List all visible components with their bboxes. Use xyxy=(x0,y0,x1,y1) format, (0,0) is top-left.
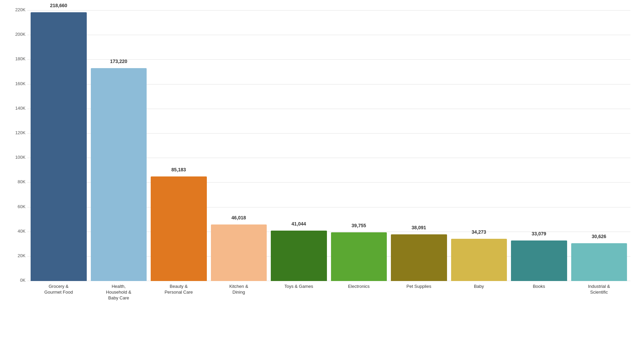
bar-value-label: 41,044 xyxy=(292,221,306,227)
bar: 85,183 xyxy=(151,176,207,281)
y-axis-label: 200K xyxy=(7,32,26,37)
bar-x-label: Industrial &Scientific xyxy=(571,284,627,301)
bar-value-label: 85,183 xyxy=(171,167,186,172)
y-axis-label: 0K xyxy=(7,278,26,283)
bar-group: 34,273 xyxy=(451,10,507,281)
bar-group: 46,018 xyxy=(211,10,267,281)
bar-x-label: Baby xyxy=(451,284,507,301)
chart-area: 220K200K180K160K140K120K100K80K60K40K20K… xyxy=(27,10,630,281)
bar-value-label: 33,079 xyxy=(532,231,546,236)
y-axis-label: 100K xyxy=(7,155,26,160)
chart-container: 220K200K180K160K140K120K100K80K60K40K20K… xyxy=(0,0,644,342)
bar: 33,079 xyxy=(511,240,567,281)
bar: 46,018 xyxy=(211,224,267,281)
y-axis-label: 40K xyxy=(7,229,26,234)
bar-group: 33,079 xyxy=(511,10,567,281)
bar-x-label: Kitchen &Dining xyxy=(211,284,267,301)
bar-x-label: Health,Household &Baby Care xyxy=(91,284,147,301)
bar: 39,755 xyxy=(331,232,387,281)
bar: 30,626 xyxy=(571,243,627,281)
bar-value-label: 30,626 xyxy=(592,234,606,239)
bar-group: 41,044 xyxy=(271,10,327,281)
bar-value-label: 173,220 xyxy=(110,59,127,64)
bar-x-label: Toys & Games xyxy=(271,284,327,301)
y-axis-label: 160K xyxy=(7,81,26,86)
bar-group: 38,091 xyxy=(391,10,447,281)
y-axis-label: 220K xyxy=(7,7,26,12)
bar-value-label: 34,273 xyxy=(472,229,486,235)
bar-value-label: 39,755 xyxy=(351,223,366,228)
bar: 41,044 xyxy=(271,231,327,281)
bar: 38,091 xyxy=(391,234,447,281)
bar-value-label: 218,660 xyxy=(50,3,67,8)
bar-group: 173,220 xyxy=(91,10,147,281)
bar-value-label: 46,018 xyxy=(231,215,246,220)
bar-x-label: Grocery &Gourmet Food xyxy=(31,284,87,301)
labels-row: Grocery &Gourmet FoodHealth,Household &B… xyxy=(27,284,630,301)
bar-group: 30,626 xyxy=(571,10,627,281)
y-axis-label: 180K xyxy=(7,56,26,61)
bar-group: 85,183 xyxy=(151,10,207,281)
bar-value-label: 38,091 xyxy=(412,225,426,230)
y-axis-label: 140K xyxy=(7,106,26,111)
y-axis-label: 20K xyxy=(7,253,26,258)
y-axis-label: 120K xyxy=(7,130,26,135)
bar-x-label: Beauty &Personal Care xyxy=(151,284,207,301)
y-axis-label: 60K xyxy=(7,204,26,209)
bars-row: 218,660173,22085,18346,01841,04439,75538… xyxy=(27,10,630,281)
bar: 218,660 xyxy=(31,12,87,281)
bar-x-label: Pet Supplies xyxy=(391,284,447,301)
bar: 34,273 xyxy=(451,239,507,281)
bar-group: 39,755 xyxy=(331,10,387,281)
bar-group: 218,660 xyxy=(31,10,87,281)
y-axis-label: 80K xyxy=(7,179,26,184)
bar-x-label: Electronics xyxy=(331,284,387,301)
bar: 173,220 xyxy=(91,68,147,281)
bar-x-label: Books xyxy=(511,284,567,301)
